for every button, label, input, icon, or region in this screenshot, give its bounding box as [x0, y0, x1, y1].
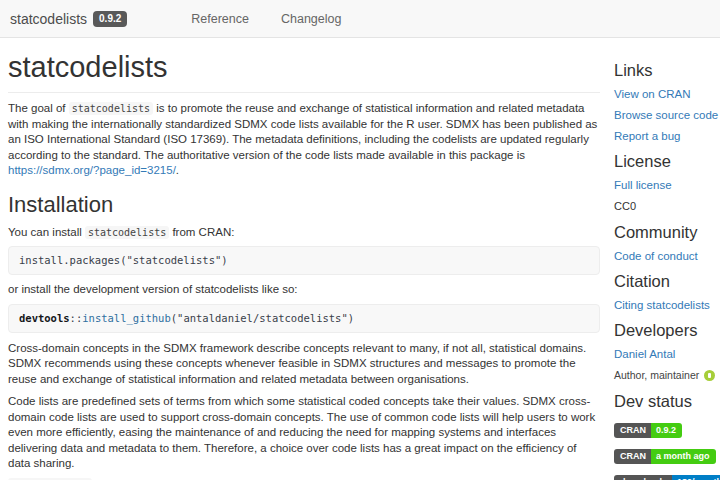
- developers-heading: Developers: [614, 320, 720, 340]
- workflow-paragraph: statcodelists helps the use of the lates…: [8, 477, 600, 480]
- license-name: CC0: [614, 200, 720, 212]
- sidebar-link-report-bug[interactable]: Report a bug: [614, 130, 681, 142]
- sdmx-link[interactable]: https://sdmx.org/?page_id=3215/: [8, 164, 176, 176]
- developer-role-label: Author, maintainer: [614, 369, 699, 381]
- install-cran-paragraph: You can install statcodelists from CRAN:: [8, 225, 600, 241]
- navbar-links: Reference Changelog: [175, 2, 357, 36]
- badge-downloads[interactable]: downloads180/month: [614, 475, 720, 480]
- main-column: statcodelists The goal of statcodelists …: [0, 38, 606, 480]
- page-content: statcodelists The goal of statcodelists …: [0, 38, 720, 480]
- intro-text-pre: The goal of: [8, 102, 69, 114]
- dev-status-heading: Dev status: [614, 391, 720, 411]
- list-item: Code of conduct: [614, 250, 720, 263]
- install-text-pre: You can install: [8, 226, 85, 238]
- intro-paragraph: The goal of statcodelists is to promote …: [8, 101, 600, 179]
- title-divider: [8, 92, 600, 93]
- list-item: Daniel Antal: [614, 348, 720, 361]
- list-item: Citing statcodelists: [614, 299, 720, 312]
- code-lists-paragraph: Code lists are predefined sets of terms …: [8, 394, 600, 472]
- badge-value: 180/month: [672, 475, 720, 480]
- badge-label: CRAN: [614, 423, 651, 438]
- list-item: downloads180/month: [614, 471, 720, 480]
- license-heading: License: [614, 151, 720, 171]
- sidebar-section-citation: Citation Citing statcodelists: [614, 271, 720, 312]
- citation-heading: Citation: [614, 271, 720, 291]
- sidebar-link-browse-source[interactable]: Browse source code: [614, 109, 718, 121]
- code-operator: ::: [70, 312, 83, 324]
- badge-cran-version[interactable]: CRAN0.9.2: [614, 423, 682, 438]
- version-badge: 0.9.2: [93, 11, 127, 27]
- sidebar-link-developer-daniel-antal[interactable]: Daniel Antal: [614, 348, 675, 360]
- community-heading: Community: [614, 222, 720, 242]
- links-heading: Links: [614, 60, 720, 80]
- list-item: CRAN0.9.2: [614, 419, 720, 438]
- code-function: install_github: [82, 312, 171, 324]
- badge-value: a month ago: [651, 449, 716, 464]
- dev-status-badges: CRAN0.9.2 CRANa month ago downloads180/m…: [614, 419, 720, 480]
- code-block-install-dev: devtools::install_github("antaldaniel/st…: [8, 304, 600, 333]
- inline-code-pkg: statcodelists: [69, 102, 153, 115]
- code-args: ("antaldaniel/statcodelists"): [171, 312, 354, 324]
- sidebar-section-developers: Developers Daniel Antal Author, maintain…: [614, 320, 720, 381]
- orcid-icon[interactable]: [704, 370, 715, 381]
- list-item: Report a bug: [614, 130, 720, 143]
- list-item: View on CRAN: [614, 88, 720, 101]
- install-dev-paragraph: or install the development version of st…: [8, 282, 600, 298]
- navbar-brand[interactable]: statcodelists: [10, 11, 87, 27]
- list-item: Browse source code: [614, 109, 720, 122]
- nav-item-changelog[interactable]: Changelog: [265, 2, 357, 36]
- nav-item-reference[interactable]: Reference: [175, 2, 265, 36]
- section-heading-installation: Installation: [8, 192, 600, 218]
- install-text-post: from CRAN:: [169, 226, 234, 238]
- badge-label: downloads: [614, 475, 672, 480]
- list-item: CRANa month ago: [614, 445, 720, 464]
- code-block-install-cran: install.packages("statcodelists"): [8, 246, 600, 275]
- code-namespace: devtools: [19, 312, 70, 324]
- list-item: Full license: [614, 179, 720, 192]
- intro-text-post: .: [176, 164, 179, 176]
- sidebar-link-citing[interactable]: Citing statcodelists: [614, 299, 710, 311]
- cross-domain-paragraph: Cross-domain concepts in the SDMX framew…: [8, 341, 600, 388]
- page-title: statcodelists: [8, 50, 600, 84]
- badge-value: 0.9.2: [651, 423, 682, 438]
- sidebar-link-full-license[interactable]: Full license: [614, 179, 672, 191]
- navbar: statcodelists 0.9.2 Reference Changelog: [0, 0, 720, 38]
- sidebar: Links View on CRAN Browse source code Re…: [614, 38, 720, 480]
- sidebar-section-links: Links View on CRAN Browse source code Re…: [614, 60, 720, 143]
- sidebar-section-dev-status: Dev status CRAN0.9.2 CRANa month ago dow…: [614, 391, 720, 480]
- inline-code-pkg: statcodelists: [85, 226, 169, 239]
- sidebar-link-code-of-conduct[interactable]: Code of conduct: [614, 250, 698, 262]
- sidebar-section-community: Community Code of conduct: [614, 222, 720, 263]
- developer-role: Author, maintainer: [614, 369, 720, 381]
- sidebar-section-license: License Full license CC0: [614, 151, 720, 212]
- badge-cran-release-date[interactable]: CRANa month ago: [614, 449, 716, 464]
- sidebar-link-view-on-cran[interactable]: View on CRAN: [614, 88, 691, 100]
- badge-label: CRAN: [614, 449, 651, 464]
